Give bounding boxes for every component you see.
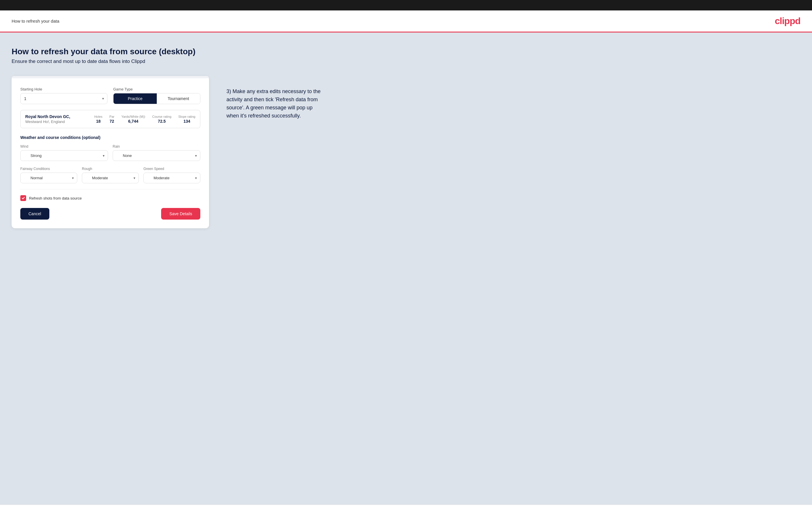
divider: [20, 189, 200, 189]
game-type-toggle: Practice Tournament: [113, 93, 200, 104]
wind-label: Wind: [20, 145, 108, 149]
wind-rain-row: Wind 🌬 Strong ▾ Rain ☀ None: [20, 145, 200, 161]
page-subtitle: Ensure the correct and most up to date d…: [12, 59, 800, 64]
wind-select[interactable]: Strong: [20, 150, 108, 161]
main-content: How to refresh your data from source (de…: [0, 33, 812, 505]
green-speed-wrapper: 💨 Moderate ▾: [143, 173, 200, 183]
rough-wrapper: 🌿 Moderate ▾: [82, 173, 139, 183]
par-label: Par: [109, 115, 114, 118]
course-row: Royal North Devon GC, Westward Ho!, Engl…: [20, 110, 200, 128]
holes-label: Holes: [94, 115, 102, 118]
form-top-bar: [12, 76, 209, 78]
stat-yards: Yards/White (M)) 6,744: [121, 115, 145, 123]
course-stats: Holes 18 Par 72 Yards/White (M)) 6,744 C…: [94, 115, 195, 123]
top-bar: [0, 0, 812, 10]
green-speed-select[interactable]: Moderate: [143, 173, 200, 183]
fairway-rough-green-row: Fairway Conditions ⛳ Normal ▾ Rough 🌿: [20, 167, 200, 183]
fairway-select[interactable]: Normal: [20, 173, 77, 183]
side-description: 3) Make any extra edits necessary to the…: [226, 88, 325, 120]
logo: clippd: [775, 16, 800, 26]
yards-value: 6,744: [121, 119, 145, 123]
refresh-label: Refresh shots from data source: [29, 196, 82, 201]
stat-holes: Holes 18: [94, 115, 102, 123]
rain-wrapper: ☀ None ▾: [113, 150, 200, 161]
game-type-group: Game Type Practice Tournament: [113, 87, 200, 104]
form-row-top: Starting Hole 1 ▾ Game Type Practice Tou…: [20, 87, 200, 104]
rough-label: Rough: [82, 167, 139, 171]
starting-hole-select[interactable]: 1: [20, 93, 107, 104]
content-area: Starting Hole 1 ▾ Game Type Practice Tou…: [12, 76, 800, 228]
rough-select[interactable]: Moderate: [82, 173, 139, 183]
rough-group: Rough 🌿 Moderate ▾: [82, 167, 139, 183]
stat-course-rating: Course rating 72.5: [152, 115, 171, 123]
tournament-button[interactable]: Tournament: [157, 94, 200, 104]
starting-hole-group: Starting Hole 1 ▾: [20, 87, 107, 104]
refresh-checkbox[interactable]: [20, 195, 26, 201]
slope-rating-value: 134: [178, 119, 195, 123]
fairway-group: Fairway Conditions ⛳ Normal ▾: [20, 167, 77, 183]
slope-rating-label: Slope rating: [178, 115, 195, 118]
course-location: Westward Ho!, England: [25, 119, 89, 124]
header: How to refresh your data clippd: [0, 10, 812, 33]
stat-slope-rating: Slope rating 134: [178, 115, 195, 123]
conditions-section-title: Weather and course conditions (optional): [20, 135, 200, 140]
rain-label: Rain: [113, 145, 200, 149]
side-text: 3) Make any extra edits necessary to the…: [226, 76, 325, 120]
footer: Copyright Clippd 2022: [0, 505, 812, 507]
button-row: Cancel Save Details: [20, 208, 200, 220]
course-rating-label: Course rating: [152, 115, 171, 118]
rain-group: Rain ☀ None ▾: [113, 145, 200, 161]
yards-label: Yards/White (M)): [121, 115, 145, 118]
starting-hole-wrapper: 1 ▾: [20, 93, 107, 104]
starting-hole-label: Starting Hole: [20, 87, 107, 91]
course-name: Royal North Devon GC,: [25, 114, 89, 119]
stat-par: Par 72: [109, 115, 114, 123]
cancel-button[interactable]: Cancel: [20, 208, 49, 220]
wind-group: Wind 🌬 Strong ▾: [20, 145, 108, 161]
page-title: How to refresh your data from source (de…: [12, 47, 800, 56]
rain-select[interactable]: None: [113, 150, 200, 161]
wind-wrapper: 🌬 Strong ▾: [20, 150, 108, 161]
course-info: Royal North Devon GC, Westward Ho!, Engl…: [25, 114, 89, 124]
holes-value: 18: [94, 119, 102, 123]
save-button[interactable]: Save Details: [161, 208, 200, 220]
course-rating-value: 72.5: [152, 119, 171, 123]
header-title: How to refresh your data: [12, 18, 59, 23]
fairway-label: Fairway Conditions: [20, 167, 77, 171]
game-type-label: Game Type: [113, 87, 200, 91]
form-card: Starting Hole 1 ▾ Game Type Practice Tou…: [12, 76, 209, 228]
green-speed-group: Green Speed 💨 Moderate ▾: [143, 167, 200, 183]
practice-button[interactable]: Practice: [113, 94, 157, 104]
par-value: 72: [109, 119, 114, 123]
fairway-wrapper: ⛳ Normal ▾: [20, 173, 77, 183]
green-speed-label: Green Speed: [143, 167, 200, 171]
refresh-checkbox-row: Refresh shots from data source: [20, 195, 200, 201]
